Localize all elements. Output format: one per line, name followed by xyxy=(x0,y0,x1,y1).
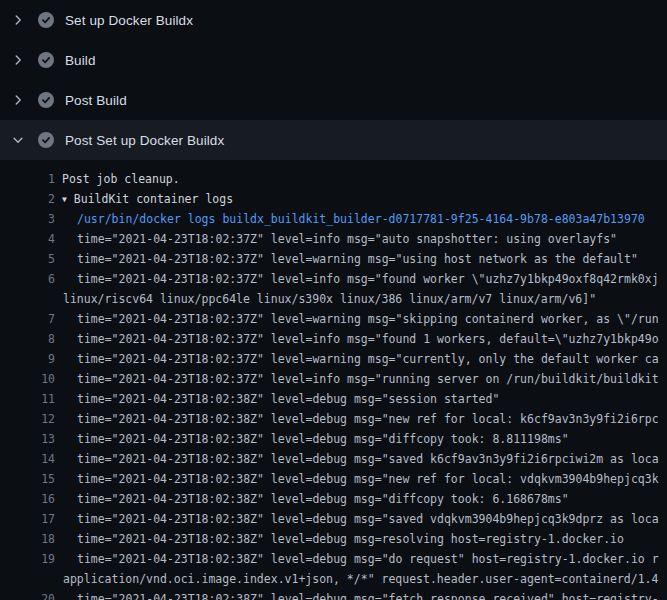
log-line-text: ▼time="2021-04-23T18:02:38Z" level=debug… xyxy=(77,552,659,566)
log-line-number[interactable]: 1 xyxy=(0,172,55,186)
log-line-number[interactable]: 7 xyxy=(0,312,55,326)
log-line-content: time="2021-04-23T18:02:38Z" level=debug … xyxy=(77,512,659,526)
log-line: 13 ▼time="2021-04-23T18:02:38Z" level=de… xyxy=(0,429,667,449)
log-line: 1 ▼Post job cleanup. xyxy=(0,169,667,189)
log-line-content: Post job cleanup. xyxy=(62,172,180,186)
step-header-set-up-docker-buildx[interactable]: Set up Docker Buildx xyxy=(0,0,667,40)
check-circle-icon xyxy=(38,92,54,108)
log-line-number[interactable]: 5 xyxy=(0,252,55,266)
step-label: Post Build xyxy=(65,93,127,108)
log-line-text: ▼time="2021-04-23T18:02:38Z" level=debug… xyxy=(77,432,569,446)
log-line: 11 ▼time="2021-04-23T18:02:38Z" level=de… xyxy=(0,389,667,409)
log-line-number[interactable]: 17 xyxy=(0,512,55,526)
log-line-number[interactable]: 20 xyxy=(0,592,55,600)
chevron-down-icon xyxy=(10,132,26,148)
log-line-text: ▼time="2021-04-23T18:02:37Z" level=info … xyxy=(77,332,659,346)
log-line-text: ▼Post job cleanup. xyxy=(62,172,180,186)
log-line-content: time="2021-04-23T18:02:37Z" level=info m… xyxy=(77,232,617,246)
log-line-text: ▼time="2021-04-23T18:02:37Z" level=info … xyxy=(77,372,659,386)
log-line-content: BuildKit container logs xyxy=(74,192,233,206)
log-line-text: ▼time="2021-04-23T18:02:37Z" level=warni… xyxy=(77,312,659,326)
log-line: 15 ▼time="2021-04-23T18:02:38Z" level=de… xyxy=(0,469,667,489)
log-line: 8 ▼time="2021-04-23T18:02:37Z" level=inf… xyxy=(0,329,667,349)
log-line-text: ▼time="2021-04-23T18:02:37Z" level=info … xyxy=(77,232,617,246)
steps-list: Set up Docker Buildx Build P xyxy=(0,0,667,160)
log-line-content: time="2021-04-23T18:02:38Z" level=debug … xyxy=(77,452,659,466)
log-line-content: time="2021-04-23T18:02:38Z" level=debug … xyxy=(77,532,624,546)
log-line-content: linux/riscv64 linux/ppc64le linux/s390x … xyxy=(63,292,596,306)
log-line-number[interactable]: 10 xyxy=(0,372,55,386)
log-line-text: ▼application/vnd.oci.image.index.v1+json… xyxy=(63,572,658,586)
log-line-number[interactable]: 4 xyxy=(0,232,55,246)
step-header-build[interactable]: Build xyxy=(0,40,667,80)
log-line[interactable]: 2 ▼BuildKit container logs xyxy=(0,189,667,209)
log-line-number[interactable]: 11 xyxy=(0,392,55,406)
log-line-number[interactable]: 9 xyxy=(0,352,55,366)
chevron-right-icon xyxy=(10,92,26,108)
log-line-text: ▼time="2021-04-23T18:02:38Z" level=debug… xyxy=(77,472,659,486)
log-area: 1 ▼Post job cleanup. 2 ▼BuildKit contain… xyxy=(0,160,667,600)
log-line-number[interactable]: 15 xyxy=(0,472,55,486)
log-line-number[interactable]: 18 xyxy=(0,532,55,546)
log-line-number[interactable]: 12 xyxy=(0,412,55,426)
log-line: ▼application/vnd.oci.image.index.v1+json… xyxy=(0,569,667,589)
log-line-content: time="2021-04-23T18:02:38Z" level=debug … xyxy=(77,552,659,566)
log-line-content: time="2021-04-23T18:02:37Z" level=info m… xyxy=(77,332,659,346)
log-line: 14 ▼time="2021-04-23T18:02:38Z" level=de… xyxy=(0,449,667,469)
step-label: Post Set up Docker Buildx xyxy=(65,133,224,148)
log-line-number[interactable]: 14 xyxy=(0,452,55,466)
actions-log-viewer: Set up Docker Buildx Build P xyxy=(0,0,667,600)
log-line-content: time="2021-04-23T18:02:37Z" level=warnin… xyxy=(77,352,659,366)
log-line: 4 ▼time="2021-04-23T18:02:37Z" level=inf… xyxy=(0,229,667,249)
log-line-number[interactable]: 2 xyxy=(0,192,55,206)
log-line: 5 ▼time="2021-04-23T18:02:37Z" level=war… xyxy=(0,249,667,269)
disclosure-triangle-icon: ▼ xyxy=(62,195,67,204)
log-line-text: ▼time="2021-04-23T18:02:38Z" level=debug… xyxy=(77,392,499,406)
log-line: 10 ▼time="2021-04-23T18:02:37Z" level=in… xyxy=(0,369,667,389)
log-line-text: ▼time="2021-04-23T18:02:38Z" level=debug… xyxy=(77,452,659,466)
log-line: 6 ▼time="2021-04-23T18:02:37Z" level=inf… xyxy=(0,269,667,289)
log-line-text: ▼time="2021-04-23T18:02:38Z" level=debug… xyxy=(77,492,569,506)
log-line-text: ▼time="2021-04-23T18:02:38Z" level=debug… xyxy=(77,532,624,546)
log-line-content: time="2021-04-23T18:02:38Z" level=debug … xyxy=(77,472,659,486)
log-line-text: ▼time="2021-04-23T18:02:38Z" level=debug… xyxy=(77,592,659,600)
log-line-content: time="2021-04-23T18:02:38Z" level=debug … xyxy=(77,492,569,506)
log-line-text: ▼time="2021-04-23T18:02:37Z" level=warni… xyxy=(77,252,638,266)
log-line-number[interactable]: 16 xyxy=(0,492,55,506)
step-header-post-build[interactable]: Post Build xyxy=(0,80,667,120)
log-line-number[interactable]: 8 xyxy=(0,332,55,346)
step-label: Build xyxy=(65,53,96,68)
log-line-number[interactable]: 19 xyxy=(0,552,55,566)
log-line: 16 ▼time="2021-04-23T18:02:38Z" level=de… xyxy=(0,489,667,509)
log-line-text: ▼BuildKit container logs xyxy=(62,192,233,206)
log-line-text: ▼time="2021-04-23T18:02:38Z" level=debug… xyxy=(77,512,659,526)
step-header-post-set-up-docker-buildx[interactable]: Post Set up Docker Buildx xyxy=(0,120,667,160)
log-line-content: time="2021-04-23T18:02:38Z" level=debug … xyxy=(77,412,659,426)
log-line-content: time="2021-04-23T18:02:38Z" level=debug … xyxy=(77,432,569,446)
log-line: 19 ▼time="2021-04-23T18:02:38Z" level=de… xyxy=(0,549,667,569)
log-line: 18 ▼time="2021-04-23T18:02:38Z" level=de… xyxy=(0,529,667,549)
log-line-text: ▼linux/riscv64 linux/ppc64le linux/s390x… xyxy=(63,292,596,306)
log-line-text: ▼time="2021-04-23T18:02:37Z" level=warni… xyxy=(77,352,659,366)
chevron-right-icon xyxy=(10,52,26,68)
log-line-number[interactable]: 13 xyxy=(0,432,55,446)
chevron-right-icon xyxy=(10,12,26,28)
step-label: Set up Docker Buildx xyxy=(65,13,193,28)
log-line-content: time="2021-04-23T18:02:37Z" level=warnin… xyxy=(77,312,659,326)
log-line-number[interactable]: 6 xyxy=(0,272,55,286)
log-line-content: /usr/bin/docker logs buildx_buildkit_bui… xyxy=(77,212,645,226)
log-line-text: ▼/usr/bin/docker logs buildx_buildkit_bu… xyxy=(77,212,645,226)
log-line-content: time="2021-04-23T18:02:37Z" level=warnin… xyxy=(77,252,638,266)
check-circle-icon xyxy=(38,52,54,68)
log-line-content: time="2021-04-23T18:02:38Z" level=debug … xyxy=(77,592,659,600)
log-line-number[interactable]: 3 xyxy=(0,212,55,226)
log-line: ▼linux/riscv64 linux/ppc64le linux/s390x… xyxy=(0,289,667,309)
log-line-content: time="2021-04-23T18:02:37Z" level=info m… xyxy=(77,372,659,386)
log-line-content: application/vnd.oci.image.index.v1+json,… xyxy=(63,572,658,586)
log-line-text: ▼time="2021-04-23T18:02:37Z" level=info … xyxy=(77,272,659,286)
log-line: 7 ▼time="2021-04-23T18:02:37Z" level=war… xyxy=(0,309,667,329)
log-line: 20 ▼time="2021-04-23T18:02:38Z" level=de… xyxy=(0,589,667,600)
log-line: 12 ▼time="2021-04-23T18:02:38Z" level=de… xyxy=(0,409,667,429)
log-line-text: ▼time="2021-04-23T18:02:38Z" level=debug… xyxy=(77,412,659,426)
log-line: 3 ▼/usr/bin/docker logs buildx_buildkit_… xyxy=(0,209,667,229)
